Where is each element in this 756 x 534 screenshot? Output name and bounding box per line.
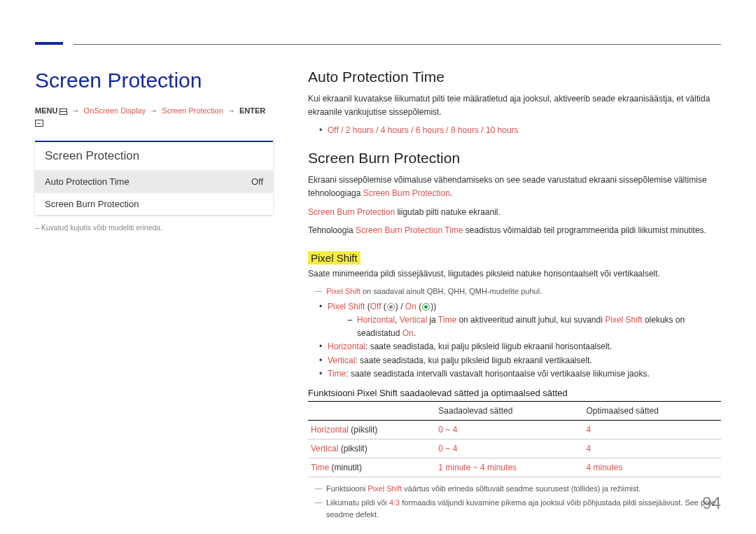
panel-row-screen-burn[interactable]: Screen Burn Protection <box>35 192 273 215</box>
panel-row-label: Screen Burn Protection <box>45 199 139 209</box>
apt-paragraph: Kui ekraanil kuvatakse liikumatut pilti … <box>308 92 721 118</box>
accent-bar <box>35 42 63 45</box>
footnote-4-3: Liikumatu pildi või 4:3 formaadis väljun… <box>315 497 721 520</box>
sbp-p2: Screen Burn Protection liigutab pilti na… <box>308 206 721 219</box>
settings-panel: Screen Protection Auto Protection Time O… <box>35 141 273 215</box>
th-blank <box>308 401 435 420</box>
radio-on-icon <box>422 303 430 311</box>
table-row: Vertical (pikslit) 0 ~ 4 4 <box>308 439 721 458</box>
breadcrumb-screenprot: Screen Protection <box>162 106 223 115</box>
radio-off-icon <box>387 303 395 311</box>
bullet-pixel-shift-toggle: Pixel Shift (Off () / On ()) Horizontal,… <box>319 300 721 341</box>
footnote-pixel-shift-value: Funktsiooni Pixel Shift väärtus võib eri… <box>315 483 721 495</box>
sbp-p3: Tehnoloogia Screen Burn Protection Time … <box>308 224 721 237</box>
th-available: Saadaolevad sätted <box>435 401 583 420</box>
heading-screen-burn-protection: Screen Burn Protection <box>308 150 721 167</box>
breadcrumb-enter: ENTER <box>239 106 265 115</box>
bullet-time: Time: saate seadistada intervalli vastav… <box>319 367 721 381</box>
panel-row-auto-protection[interactable]: Auto Protection Time Off <box>35 170 273 192</box>
breadcrumb-onscreen: OnScreen Display <box>84 106 146 115</box>
table-row: Time (minutit) 1 minute ~ 4 minutes 4 mi… <box>308 458 721 477</box>
pixel-p1: Saate minimeerida pildi sissejäävust, li… <box>308 267 721 281</box>
heading-pixel-shift: Pixel Shift <box>308 251 360 265</box>
th-optimal: Optimaalsed sätted <box>584 401 721 420</box>
panel-row-label: Auto Protection Time <box>45 176 130 187</box>
bullet-vertical: Vertical: saate seadistada, kui palju pi… <box>319 354 721 367</box>
sbp-p1: Ekraani sissepõlemise võimaluse vähendam… <box>308 174 721 199</box>
bullet-horizontal: Horizontal: saate seadistada, kui palju … <box>319 340 721 353</box>
table-row: Horizontal (pikslit) 0 ~ 4 4 <box>308 420 721 439</box>
pixel-shift-table: Saadaolevad sätted Optimaalsed sätted Ho… <box>308 401 721 477</box>
dash-hvt-activation: Horizontal, Vertical ja Time on aktiveer… <box>347 314 721 340</box>
panel-row-value: Off <box>251 176 263 187</box>
heading-table: Funktsiooni Pixel Shift saadaolevad sätt… <box>308 388 721 398</box>
model-note: Kuvatud kujutis võib mudeliti erineda. <box>35 223 273 232</box>
page-title: Screen Protection <box>35 69 273 92</box>
apt-options: Off / 2 hours / 4 hours / 6 hours / 8 ho… <box>319 124 721 137</box>
top-rule <box>74 44 721 45</box>
breadcrumb: MENU → OnScreen Display → Screen Protect… <box>35 105 273 128</box>
panel-title: Screen Protection <box>35 142 273 170</box>
menu-icon <box>59 108 67 115</box>
pixel-note-availability: Pixel Shift on saadaval ainult QBH, QHH,… <box>315 286 721 297</box>
breadcrumb-menu: MENU <box>35 106 57 115</box>
enter-icon <box>35 120 43 127</box>
heading-auto-protection-time: Auto Protection Time <box>308 69 721 85</box>
